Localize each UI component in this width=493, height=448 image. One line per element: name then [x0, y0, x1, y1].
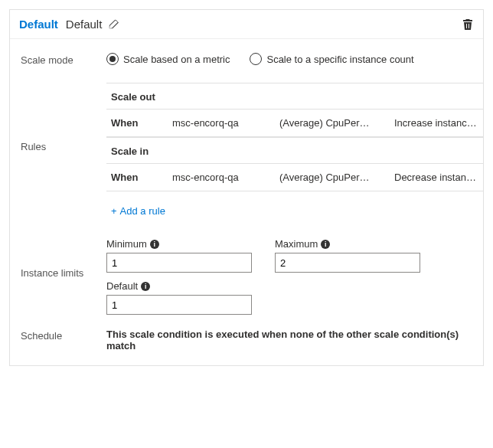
- minimum-field: Minimum i: [106, 238, 252, 273]
- scale-mode-fixed-radio[interactable]: Scale to a specific instance count: [250, 53, 413, 65]
- rule-resource: msc-encorq-qa: [172, 117, 272, 129]
- instance-limits-label: Instance limits: [21, 238, 106, 315]
- rule-when-label: When: [111, 172, 165, 183]
- maximum-field: Maximum i: [275, 238, 420, 273]
- info-icon[interactable]: i: [141, 282, 150, 291]
- add-rule-button[interactable]: + Add a rule: [106, 191, 483, 224]
- default-field: Default i: [106, 280, 252, 315]
- schedule-label: Schedule: [21, 329, 106, 352]
- default-input[interactable]: [106, 295, 252, 315]
- minimum-label: Minimum: [106, 238, 147, 250]
- condition-title-editable: Default: [66, 18, 103, 31]
- rules-label: Rules: [21, 80, 106, 224]
- info-icon[interactable]: i: [150, 240, 159, 249]
- scale-in-rule-row[interactable]: When msc-encorq-qa (Average) CpuPer… Dec…: [106, 163, 483, 191]
- plus-icon: +: [111, 205, 117, 217]
- info-icon[interactable]: i: [321, 240, 330, 249]
- default-label: Default: [106, 280, 138, 292]
- rule-when-label: When: [111, 117, 165, 129]
- scale-mode-fixed-label: Scale to a specific instance count: [266, 54, 413, 65]
- radio-unselected-icon: [250, 53, 262, 65]
- radio-selected-icon: [106, 53, 119, 65]
- rules-section: Rules Scale out When msc-encorq-qa (Aver…: [10, 66, 483, 224]
- minimum-input[interactable]: [106, 253, 252, 273]
- edit-title-icon[interactable]: [108, 19, 119, 30]
- scale-in-header: Scale in: [106, 137, 483, 163]
- rule-metric: (Average) CpuPer…: [279, 172, 387, 183]
- scale-mode-label: Scale mode: [21, 53, 106, 66]
- rule-resource: msc-encorq-qa: [172, 172, 272, 183]
- scale-mode-metric-radio[interactable]: Scale based on a metric: [106, 53, 230, 65]
- rule-action: Increase instance…: [394, 117, 478, 129]
- scale-out-rule-row[interactable]: When msc-encorq-qa (Average) CpuPer… Inc…: [106, 109, 483, 137]
- maximum-label: Maximum: [275, 238, 318, 250]
- maximum-input[interactable]: [275, 253, 420, 273]
- instance-limits-section: Instance limits Minimum i Maximum i: [10, 224, 483, 315]
- add-rule-label: Add a rule: [120, 205, 165, 217]
- schedule-section: Schedule This scale condition is execute…: [10, 315, 483, 352]
- delete-condition-icon[interactable]: [462, 18, 474, 31]
- rule-action: Decrease instance.: [394, 172, 478, 183]
- rule-metric: (Average) CpuPer…: [279, 117, 387, 129]
- scale-condition-card: Default Default Scale mode Scale based o…: [9, 9, 484, 366]
- scale-out-header: Scale out: [106, 83, 483, 109]
- condition-title-active[interactable]: Default: [19, 18, 58, 31]
- scale-mode-metric-label: Scale based on a metric: [123, 54, 230, 65]
- schedule-text: This scale condition is executed when no…: [106, 329, 483, 352]
- scale-mode-section: Scale mode Scale based on a metric Scale…: [10, 39, 483, 66]
- card-header: Default Default: [10, 18, 483, 39]
